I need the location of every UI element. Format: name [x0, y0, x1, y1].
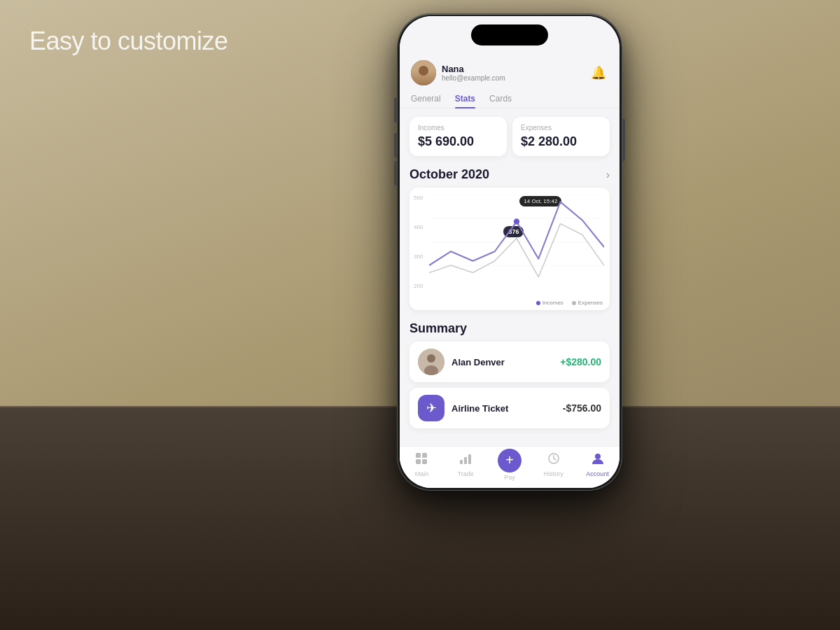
stats-row: Incomes $5 690.00 Expenses $2 280.00 — [400, 108, 620, 162]
app-content: Nana hello@example.com 🔔 General Stats C… — [400, 16, 620, 488]
nav-account[interactable]: Account — [575, 447, 620, 482]
summary-title: Summary — [410, 321, 610, 336]
user-info: Nana hello@example.com — [411, 60, 505, 85]
chart-legend: Incomes Expenses — [536, 300, 603, 306]
expenses-line — [429, 224, 604, 277]
legend-expenses-dot — [572, 301, 576, 305]
alan-amount: +$280.00 — [560, 356, 601, 368]
incomes-label: Incomes — [418, 124, 498, 132]
expenses-card: Expenses $2 280.00 — [512, 117, 610, 156]
svg-rect-8 — [416, 453, 421, 458]
alan-name: Alan Denver — [451, 357, 560, 368]
app-header: Nana hello@example.com 🔔 — [400, 55, 620, 90]
summary-item-alan[interactable]: Alan Denver +$280.00 — [410, 342, 610, 382]
svg-rect-14 — [468, 454, 471, 464]
svg-rect-13 — [464, 457, 467, 464]
nav-main[interactable]: Main — [400, 447, 444, 482]
summary-item-ticket[interactable]: ✈ Airline Ticket -$756.00 — [410, 388, 610, 428]
chart-section: October 2020 › 500 400 300 200 14 Oct, 1… — [400, 162, 620, 316]
phone-mockup: Nana hello@example.com 🔔 General Stats C… — [398, 14, 622, 490]
y-label-500: 500 — [414, 195, 423, 201]
svg-rect-11 — [422, 459, 427, 464]
legend-expenses-label: Expenses — [578, 300, 603, 306]
nav-trade[interactable]: Trade — [444, 447, 488, 482]
bottom-nav: Main Trade + — [400, 446, 620, 488]
plane-icon: ✈ — [426, 400, 437, 416]
expenses-label: Expenses — [521, 124, 601, 132]
dynamic-island — [471, 24, 548, 46]
incomes-line — [429, 202, 604, 265]
summary-section: Summary Alan Denver +$280.00 — [400, 316, 620, 440]
pay-label: Pay — [504, 474, 515, 481]
tab-cards[interactable]: Cards — [489, 94, 512, 108]
account-icon — [591, 451, 605, 469]
legend-expenses: Expenses — [572, 300, 603, 306]
tab-bar: General Stats Cards — [400, 90, 620, 108]
legend-incomes: Incomes — [536, 300, 564, 306]
chart-header: October 2020 › — [410, 167, 610, 182]
history-icon — [547, 451, 561, 469]
chart-svg — [429, 195, 604, 289]
main-icon — [414, 451, 428, 469]
chart-arrow-icon[interactable]: › — [606, 169, 610, 181]
user-text: Nana hello@example.com — [442, 64, 505, 82]
nav-history[interactable]: History — [531, 447, 575, 482]
svg-rect-9 — [422, 453, 427, 458]
tab-general[interactable]: General — [411, 94, 441, 108]
tab-stats[interactable]: Stats — [455, 94, 475, 108]
user-name: Nana — [442, 64, 505, 74]
chart-title: October 2020 — [410, 167, 489, 182]
chart-peak-dot — [514, 218, 519, 224]
page-tagline: Easy to customize — [29, 27, 228, 56]
svg-rect-12 — [460, 460, 463, 464]
expenses-value: $2 280.00 — [521, 134, 601, 149]
alan-avatar — [418, 349, 444, 375]
avatar — [411, 60, 436, 85]
y-label-200: 200 — [414, 283, 423, 289]
chart-container[interactable]: 500 400 300 200 14 Oct, 15:42 376 — [410, 188, 610, 310]
incomes-card: Incomes $5 690.00 — [410, 117, 507, 156]
svg-point-6 — [427, 354, 435, 363]
ticket-amount: -$756.00 — [563, 402, 601, 414]
notification-bell-icon[interactable]: 🔔 — [589, 63, 608, 83]
phone-screen: Nana hello@example.com 🔔 General Stats C… — [400, 16, 620, 488]
trade-label: Trade — [458, 470, 474, 477]
user-email: hello@example.com — [442, 74, 505, 82]
y-label-400: 400 — [414, 224, 423, 230]
phone-frame: Nana hello@example.com 🔔 General Stats C… — [398, 14, 622, 490]
y-label-300: 300 — [414, 253, 423, 260]
trade-icon — [458, 451, 472, 469]
main-label: Main — [415, 470, 429, 477]
svg-point-16 — [595, 454, 601, 459]
nav-pay[interactable]: + Pay — [488, 447, 532, 482]
account-label: Account — [586, 470, 609, 477]
legend-incomes-dot — [536, 301, 540, 305]
legend-incomes-label: Incomes — [542, 300, 564, 306]
svg-rect-10 — [416, 459, 421, 464]
pay-button[interactable]: + — [498, 449, 522, 472]
history-label: History — [544, 470, 564, 477]
y-axis-labels: 500 400 300 200 — [414, 195, 423, 289]
ticket-name: Airline Ticket — [451, 403, 563, 414]
ticket-avatar: ✈ — [418, 395, 444, 421]
avatar-face — [411, 60, 436, 85]
incomes-value: $5 690.00 — [418, 134, 498, 149]
